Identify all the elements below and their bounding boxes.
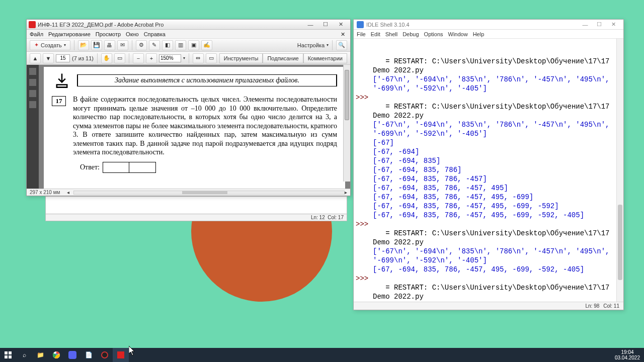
start-button[interactable] [0, 348, 16, 362]
acrobat-task-button[interactable] [113, 348, 129, 362]
comments-panel-button[interactable]: Комментарии [303, 53, 347, 63]
nav-signatures-icon[interactable] [29, 101, 36, 108]
search-icon[interactable]: 🔍 [336, 40, 347, 50]
create-label: Создать [41, 42, 62, 48]
idle-scroll-thumb[interactable] [618, 205, 622, 280]
hand-tool-icon[interactable]: ✋ [101, 53, 112, 63]
idle-status-ln: Ln: 98 [586, 303, 600, 309]
page-dimensions: 297 x 210 мм [30, 190, 60, 195]
acrobat-titlebar[interactable]: ИНФ-11 ЕГЭ 2022_ДЕМО.pdf - Adobe Acrobat… [27, 20, 350, 30]
nav-thumbnails-icon[interactable] [29, 68, 36, 75]
task-text: В файле содержится последовательность це… [73, 95, 337, 157]
taskbar-clock[interactable]: 19:04 03.04.2022 [611, 349, 644, 360]
tools-panel-button[interactable]: Инструменты [219, 53, 263, 63]
create-button[interactable]: ✦Создать▾ [30, 40, 70, 50]
nav-attachments-icon[interactable] [29, 90, 36, 97]
idle-title: IDLE Shell 3.10.4 [366, 22, 410, 28]
menu-window[interactable]: Окно [126, 30, 139, 38]
save-icon[interactable]: 💾 [91, 40, 102, 50]
bg-ln: Ln: 12 [311, 215, 325, 220]
acrobat-icon [29, 21, 36, 28]
horizontal-scrollbar[interactable] [73, 191, 345, 195]
menu-view[interactable]: Просмотр [96, 30, 121, 38]
idle-shell-body[interactable]: = RESTART: C:\Users\University\Desktop\О… [354, 39, 623, 302]
chrome-button[interactable] [48, 348, 64, 362]
page-number-input[interactable] [56, 54, 70, 62]
close-button[interactable]: ✕ [333, 21, 348, 28]
tool-gear-icon[interactable]: ⚙ [136, 40, 147, 50]
scrollbar-thumb[interactable] [345, 70, 349, 120]
minimize-button[interactable]: — [303, 22, 318, 28]
task-number: 17 [52, 96, 66, 106]
acrobat-title: ИНФ-11 ЕГЭ 2022_ДЕМО.pdf - Adobe Acrobat… [38, 22, 164, 28]
select-tool-icon[interactable]: ▭ [114, 53, 125, 63]
idle-statusbar: Ln: 98 Col: 11 [354, 302, 623, 310]
page-down-icon[interactable]: ▼ [43, 53, 54, 63]
sign-panel-button[interactable]: Подписание [263, 53, 303, 63]
taskbar: ⌕ 📁 📄 19:04 03.04.2022 [0, 348, 644, 362]
idle-status-col: Col: 11 [603, 303, 619, 309]
zoom-out-icon[interactable]: − [133, 53, 144, 63]
discord-button[interactable] [64, 348, 80, 362]
cursor-icon [129, 346, 136, 356]
menu-help[interactable]: Справка [144, 30, 166, 38]
bg-col: Col: 17 [328, 215, 344, 220]
maximize-button[interactable]: ☐ [318, 21, 333, 28]
idle-menu-edit[interactable]: Edit [371, 30, 380, 38]
idle-maximize-button[interactable]: ☐ [592, 21, 606, 28]
answer-label: Ответ: [80, 163, 100, 171]
notepad-button[interactable]: 📄 [80, 348, 97, 362]
document-close-icon[interactable]: ✕ [339, 30, 347, 38]
idle-menu-file[interactable]: File [357, 30, 366, 38]
pdf-page[interactable]: Задание выполняется с использованием при… [44, 67, 345, 189]
open-icon[interactable]: 📂 [78, 40, 89, 50]
idle-menu-window[interactable]: Window [448, 30, 468, 38]
explorer-button[interactable]: 📁 [32, 348, 48, 362]
answer-cell-2 [129, 162, 155, 172]
zoom-input[interactable] [159, 54, 181, 62]
idle-menu-help[interactable]: Help [473, 30, 485, 38]
acrobat-document-area: Задание выполняется с использованием при… [27, 65, 350, 189]
acrobat-statusbar: 297 x 210 мм ◂ ▸ [27, 189, 350, 196]
search-button[interactable]: ⌕ [16, 348, 32, 362]
mail-icon[interactable]: ✉ [117, 40, 128, 50]
tool-media-icon[interactable]: ▣ [188, 40, 199, 50]
tool-edit-icon[interactable]: ✎ [149, 40, 160, 50]
idle-menu-shell[interactable]: Shell [385, 30, 397, 38]
idle-close-button[interactable]: ✕ [606, 21, 620, 28]
download-file-icon [52, 72, 72, 89]
h-scroll-thumb[interactable] [182, 191, 227, 194]
idle-titlebar[interactable]: IDLE Shell 3.10.4 — ☐ ✕ [354, 20, 623, 30]
python-icon [357, 21, 364, 28]
idle-scrollbar[interactable] [616, 39, 623, 302]
idle-menubar: File Edit Shell Debug Options Window Hel… [354, 30, 623, 39]
svg-rect-0 [5, 351, 8, 354]
app-button[interactable] [97, 348, 113, 362]
zoom-in-icon[interactable]: + [146, 53, 157, 63]
menu-file[interactable]: Файл [30, 30, 43, 38]
acrobat-window: ИНФ-11 ЕГЭ 2022_ДЕМО.pdf - Adobe Acrobat… [26, 19, 351, 196]
svg-rect-3 [9, 355, 12, 358]
taskbar-date: 03.04.2022 [615, 355, 640, 360]
answer-box [103, 162, 156, 173]
menu-edit[interactable]: Редактирование [48, 30, 91, 38]
vertical-scrollbar[interactable] [343, 65, 350, 182]
svg-rect-1 [9, 351, 12, 354]
nav-bookmarks-icon[interactable] [29, 79, 36, 86]
svg-rect-2 [5, 355, 8, 358]
idle-menu-options[interactable]: Options [424, 30, 443, 38]
fit-page-icon[interactable]: ▭ [206, 53, 217, 63]
acrobat-menubar: Файл Редактирование Просмотр Окно Справк… [27, 30, 350, 39]
idle-menu-debug[interactable]: Debug [403, 30, 419, 38]
settings-label[interactable]: Настройка [297, 42, 325, 48]
page-up-icon[interactable]: ▲ [30, 53, 41, 63]
page-total: (7 из 11) [72, 55, 94, 61]
print-icon[interactable]: 🖶 [104, 40, 115, 50]
fit-width-icon[interactable]: ⇔ [193, 53, 204, 63]
idle-minimize-button[interactable]: — [578, 22, 592, 28]
tool-stamp-icon[interactable]: ◧ [162, 40, 173, 50]
taskbar-time: 19:04 [615, 349, 640, 355]
acrobat-toolbar-2: ▲ ▼ (7 из 11) ✋ ▭ − + ▾ ⇔ ▭ Инструменты … [27, 52, 350, 65]
tool-forms-icon[interactable]: ▥ [175, 40, 186, 50]
tool-sign-icon[interactable]: ✍ [201, 40, 212, 50]
